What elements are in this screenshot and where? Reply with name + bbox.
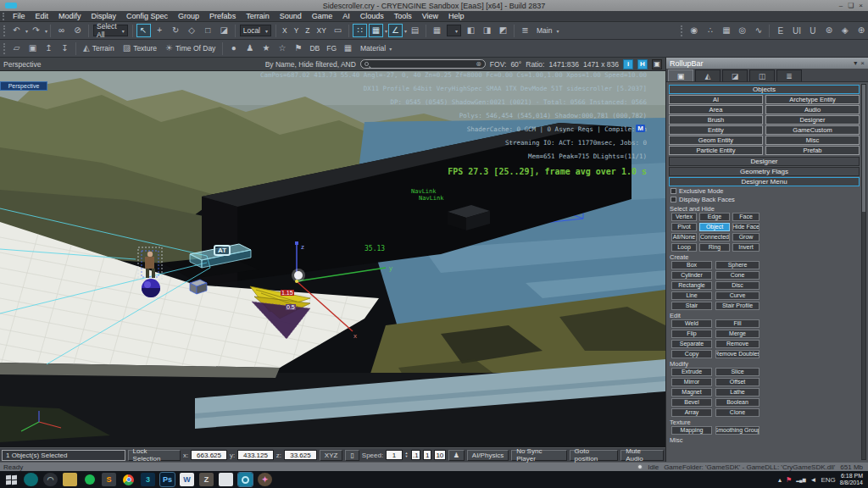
resolution-value[interactable]: 1471 x 836 [583,60,619,69]
perspective-viewport[interactable]: z y x Perspective CamPos=687.02 413.73 5… [0,71,665,447]
material-dropdown[interactable]: Material▾ [356,42,396,56]
designer-menu-rollup-header[interactable]: Designer Menu [669,177,860,186]
bevel-button[interactable]: Bevel [671,398,712,407]
photoshop-icon[interactable]: Ps [160,473,175,486]
axis-xy-button[interactable]: XY [314,24,330,37]
grid-tool-button[interactable]: ▦ [719,24,733,37]
minimize-button[interactable]: – [839,2,843,9]
object-type-designer[interactable]: Designer [765,115,860,125]
create-stair-button[interactable]: Stair [671,302,712,310]
speed-stepper[interactable]: ▲▼ [405,452,409,458]
character-a-button[interactable]: ★ [259,42,273,55]
material-ball-button[interactable]: ● [226,42,241,55]
menu-ai[interactable]: AI [337,12,355,20]
object-type-misc[interactable]: Misc [765,136,860,145]
rollupbar-scrollbar[interactable] [861,84,866,460]
character-b-button[interactable]: ☆ [275,42,289,55]
zbrush-icon[interactable]: Z [199,473,214,486]
grid-view-button[interactable]: ▦ [341,42,355,55]
sublime-icon[interactable]: S [102,473,116,486]
viewport-layout-button[interactable]: ▣ [652,59,662,69]
select-terrain-button[interactable]: ◪ [217,24,231,37]
info-toggle-button[interactable]: i [623,59,633,69]
physics-button[interactable]: ♟ [242,42,257,55]
redo-caret-icon[interactable]: ▾ [45,28,47,34]
wordpad-icon[interactable]: W [180,473,194,486]
layer-caret-icon[interactable]: ▾ [556,28,559,34]
selection-filter-a-button[interactable]: ◧ [464,24,478,37]
chrome-icon[interactable] [121,473,136,486]
lock-axis-button[interactable]: ▯ [345,450,359,461]
terrain-button[interactable]: ◭Terrain [79,42,119,56]
grid-button[interactable]: ▦ [430,24,444,37]
ring-button[interactable]: Ring [699,243,730,252]
array-button[interactable]: Array [671,408,712,417]
steam-icon[interactable]: ◠ [43,473,58,486]
ai-physics-button[interactable]: AI/Physics [467,450,509,461]
offset-button[interactable]: Offset [715,378,760,386]
close-icon[interactable]: × [860,59,865,67]
flowgraph-button[interactable]: FG [323,42,340,55]
redo-button[interactable]: ↷ [29,24,43,37]
clone-button[interactable]: Clone [715,408,760,417]
selection-filter-b-button[interactable]: ◨ [480,24,494,37]
speed-preset-01[interactable]: .1 [411,450,421,460]
y-coordinate-field[interactable]: 433.125 [237,450,274,460]
menu-help[interactable]: Help [443,12,470,20]
viewport-camera-label[interactable]: Perspective [3,60,41,69]
merge-button[interactable]: Merge [715,330,760,338]
menu-file[interactable]: File [8,12,31,20]
menu-edit[interactable]: Edit [31,12,54,20]
lock-selection-button[interactable]: Lock Selection [128,450,181,461]
exclusive-mode-checkbox[interactable] [670,188,676,194]
object-type-entity[interactable]: Entity [669,125,763,135]
helpers-toggle-button[interactable]: H [637,59,648,69]
move-tool-button[interactable]: + [153,24,167,37]
rollupbar-title-bar[interactable]: RollupBar ▾ × [666,58,868,69]
start-button[interactable] [3,473,19,486]
current-layer-label[interactable]: Main [533,24,555,37]
follow-terrain-button[interactable]: ▭ [331,24,345,37]
separate-button[interactable]: Separate [671,340,712,348]
import-button[interactable]: ↧ [58,42,72,55]
select-face-button[interactable]: Face [732,213,760,221]
points-tool-button[interactable]: ∴ [703,24,717,37]
object-type-geom-entity[interactable]: Geom Entity [669,136,763,145]
u-editor-button[interactable]: U [805,24,820,37]
select-edge-button[interactable]: Edge [699,213,730,221]
object-type-ai[interactable]: AI [669,95,763,104]
entity-editor-button[interactable]: E [773,24,787,37]
file-explorer-icon[interactable] [63,473,77,486]
object-type-audio[interactable]: Audio [765,105,860,114]
xyz-mode-button[interactable]: XYZ [320,450,343,461]
create-sphere-button[interactable]: Sphere [715,261,760,269]
goto-position-button[interactable]: Goto position [570,450,619,461]
search-input[interactable]: ⊗ [360,59,486,69]
grow-button[interactable]: Grow [732,233,760,241]
object-type-particle-entity[interactable]: Particle Entity [669,146,763,155]
tab-terrain[interactable]: ◭ [695,69,721,81]
menu-sound[interactable]: Sound [275,12,307,20]
remove-doubles-button[interactable]: Remove Doubles [715,350,760,358]
invert-button[interactable]: Invert [732,243,760,252]
undo-button[interactable]: ↶ [9,24,24,37]
action-center-icon[interactable]: ⚑ [786,476,792,484]
spotify-icon[interactable] [85,474,95,485]
select-object-button[interactable]: Object [699,223,730,231]
coord-space-dropdown[interactable]: Local▾ [240,25,271,36]
menu-clouds[interactable]: Clouds [355,12,389,20]
ui-editor-button[interactable]: UI [789,24,804,37]
texture-button[interactable]: ▨Texture [119,42,161,56]
rotate-tool-button[interactable]: ↻ [169,24,183,37]
snap-vertex-button[interactable]: ∷ [353,24,367,37]
snap-angle-caret-icon[interactable]: ▾ [404,28,407,34]
select-all-dropdown[interactable]: Select All▾ [93,25,128,36]
all-none-button[interactable]: All/None [671,233,697,241]
magnet-button[interactable]: Magnet [671,388,712,396]
notepad-icon[interactable] [219,473,233,486]
layers-button[interactable]: ≣ [518,24,532,37]
settings-b-button[interactable]: ◈ [837,24,852,37]
create-disc-button[interactable]: Disc [715,281,760,290]
speed-preset-10[interactable]: 10 [434,450,446,460]
filter-label[interactable]: By Name, Hide filtered, AND [265,60,356,69]
